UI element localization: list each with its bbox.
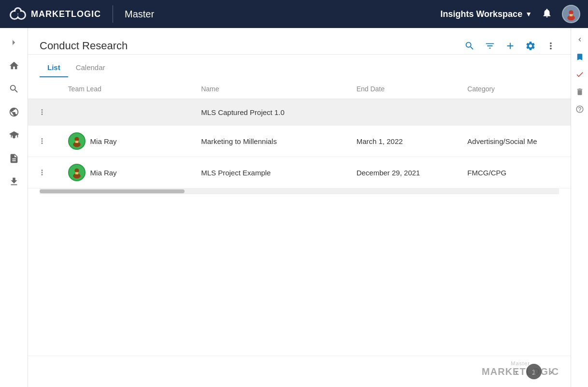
watermark: Master MARKETLOGIC	[482, 360, 559, 377]
tab-bar: List Calendar	[28, 58, 571, 77]
row-name-cell: MLS Project Example	[193, 157, 349, 188]
tab-list[interactable]: List	[40, 58, 68, 77]
right-trash-button[interactable]	[572, 84, 588, 100]
row-team-lead-cell: Mia Ray	[60, 157, 194, 188]
sidebar-item-reports[interactable]	[3, 148, 25, 169]
right-tasks-button[interactable]	[572, 67, 588, 82]
chevron-down-icon: ▼	[525, 10, 532, 18]
content-area: Conduct Research Li	[28, 28, 571, 387]
right-help-button[interactable]	[572, 101, 588, 117]
page-title: Conduct Research	[40, 40, 461, 52]
workspace-label: Insights Workspace	[440, 9, 522, 19]
header-actions	[461, 38, 559, 54]
sidebar-item-globe[interactable]	[3, 101, 25, 123]
settings-button[interactable]	[522, 38, 539, 54]
row-category-cell	[459, 99, 571, 126]
row-category-cell: Advertising/Social Me	[459, 126, 571, 157]
instance-name: Master	[125, 9, 154, 20]
col-header-team-lead[interactable]: Team Lead	[60, 77, 194, 99]
row-team-lead-cell: Mia Ray	[60, 126, 194, 157]
row-category-cell: FMCG/CPG	[459, 157, 571, 188]
user-name: Mia Ray	[90, 137, 117, 145]
scrollbar-thumb[interactable]	[40, 189, 185, 193]
col-header-end-date[interactable]: End Date	[349, 77, 460, 99]
avatar	[68, 164, 86, 181]
col-header-name[interactable]: Name	[193, 77, 349, 99]
col-header-category[interactable]: Category	[459, 77, 571, 99]
row-end-date-cell	[349, 99, 460, 126]
row-menu-cell	[28, 126, 60, 157]
right-collapse-button[interactable]	[572, 32, 588, 47]
sidebar-item-upload[interactable]	[3, 171, 25, 192]
filter-button[interactable]	[482, 38, 498, 54]
row-name-cell: MLS Captured Project 1.0	[193, 99, 349, 126]
search-button[interactable]	[461, 38, 478, 54]
team-lead-info: Mia Ray	[68, 132, 186, 150]
row-menu-button[interactable]	[36, 106, 48, 118]
svg-rect-9	[570, 14, 573, 16]
row-end-date-cell: March 1, 2022	[349, 126, 460, 157]
sidebar-item-home[interactable]	[3, 55, 25, 76]
right-bookmark-button[interactable]	[572, 49, 588, 65]
logo[interactable]: MARKETLOGIC	[8, 5, 101, 23]
logo-separator	[113, 5, 113, 23]
top-navigation: MARKETLOGIC Master Insights Workspace ▼	[0, 0, 588, 28]
logo-text: MARKETLOGIC	[31, 9, 101, 19]
page-header: Conduct Research	[28, 28, 571, 55]
row-end-date-cell: December 29, 2021	[349, 157, 460, 188]
watermark-sub: Master	[511, 360, 530, 366]
horizontal-scrollbar[interactable]	[40, 188, 559, 194]
tab-calendar[interactable]: Calendar	[68, 58, 113, 77]
right-sidebar	[571, 28, 588, 387]
main-layout: Conduct Research Li	[0, 28, 588, 387]
table-container[interactable]: Team Lead Name End Date Category	[28, 77, 571, 356]
row-menu-cell	[28, 99, 60, 126]
logo-icon	[8, 5, 28, 23]
add-button[interactable]	[502, 38, 518, 54]
svg-rect-17	[75, 172, 78, 174]
left-sidebar	[0, 28, 28, 387]
row-name-cell: Marketing to Millennials	[193, 126, 349, 157]
row-team-lead-cell	[60, 99, 194, 126]
top-nav-right: Insights Workspace ▼	[440, 5, 580, 23]
table-row[interactable]: Mia Ray Marketing to Millennials March 1…	[28, 126, 571, 157]
workspace-selector[interactable]: Insights Workspace ▼	[440, 9, 532, 19]
more-button[interactable]	[543, 38, 559, 54]
col-header-menu	[28, 77, 60, 99]
user-name: Mia Ray	[90, 169, 117, 177]
sidebar-expand-button[interactable]	[3, 32, 25, 53]
row-menu-button[interactable]	[36, 166, 48, 179]
avatar	[68, 132, 86, 150]
row-menu-button[interactable]	[36, 135, 48, 147]
sidebar-item-learn[interactable]	[3, 125, 25, 146]
svg-point-5	[15, 9, 20, 14]
notifications-button[interactable]	[540, 6, 554, 23]
watermark-brand: MARKETLOGIC	[482, 366, 559, 377]
team-lead-info: Mia Ray	[68, 164, 186, 181]
row-menu-cell	[28, 157, 60, 188]
sidebar-item-search[interactable]	[3, 78, 25, 100]
svg-rect-13	[75, 141, 78, 143]
table-header-row: Team Lead Name End Date Category	[28, 77, 571, 99]
logo-section: MARKETLOGIC Master	[8, 5, 154, 23]
table-row[interactable]: MLS Captured Project 1.0	[28, 99, 571, 126]
table-row[interactable]: Mia Ray MLS Project Example December 29,…	[28, 157, 571, 188]
user-avatar-button[interactable]	[562, 5, 580, 23]
data-table: Team Lead Name End Date Category	[28, 77, 571, 188]
